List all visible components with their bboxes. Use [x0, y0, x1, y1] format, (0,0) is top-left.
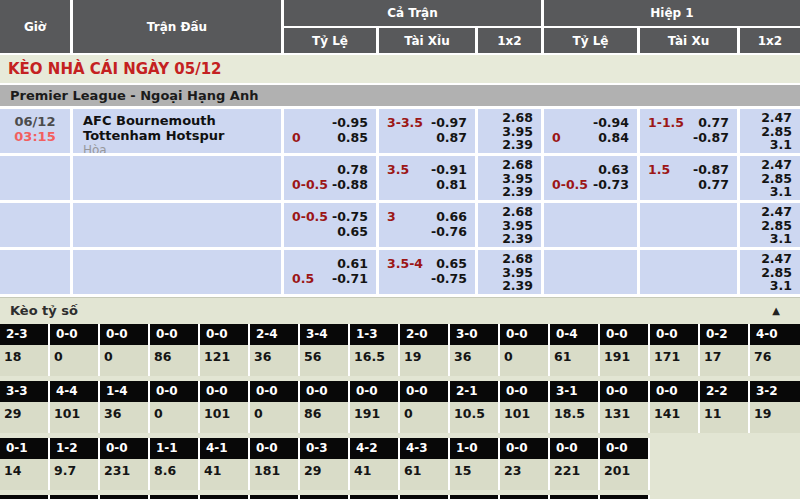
match-teams-cell: [73, 250, 281, 294]
score-cell: 0-0: [500, 381, 550, 402]
score-odds-cell: 0: [100, 345, 150, 376]
score-odds-cell: 0: [150, 402, 200, 433]
score-cell-empty: [700, 438, 750, 459]
odds-cell-h1-handicap: -0.9400.84: [544, 109, 637, 153]
page-title: KÈO NHÀ CÁI NGÀY 05/12: [0, 55, 800, 83]
score-cell: [400, 495, 450, 499]
handicap-value: 1-1.5: [648, 115, 684, 130]
handicap-value: 1.5: [648, 162, 670, 177]
score-odds-cell: 61: [550, 345, 600, 376]
odds-line: 3.5-40.65: [379, 256, 475, 271]
odds-value: 0.87: [436, 130, 467, 145]
odds-value: -0.75: [431, 271, 467, 286]
score-odds-cell: 0: [500, 345, 550, 376]
score-odds-cell: 101: [200, 402, 250, 433]
odds-value: 2.47: [740, 158, 800, 172]
score-cell: 3-1: [550, 381, 600, 402]
score-odds-row: 149.72318.6411812941611523221201: [0, 459, 800, 490]
odds-value: -0.87: [693, 162, 729, 177]
header-ft-overunder-col: Tài Xỉu: [379, 28, 475, 53]
score-odds-cell: 8.6: [150, 459, 200, 490]
score-odds-cell-empty: [650, 459, 700, 490]
score-cell: [50, 495, 100, 499]
odds-value: -0.73: [593, 177, 629, 192]
odds-line: 0.77: [640, 177, 737, 192]
odds-line: -0.76: [379, 224, 475, 239]
score-row-cutoff: [0, 495, 800, 499]
score-cell: 4-1: [200, 438, 250, 459]
odds-line: 0.78: [284, 162, 376, 177]
score-cell: 1-3: [350, 324, 400, 345]
score-cell: [300, 495, 350, 499]
score-odds-cell: 19: [400, 345, 450, 376]
odds-cell-ft-1x2: 2.683.952.39: [478, 109, 541, 153]
score-odds-cell: 36: [100, 402, 150, 433]
odds-value: 0.65: [337, 224, 368, 239]
score-odds-cell: 15: [450, 459, 500, 490]
score-odds-cell: 191: [600, 345, 650, 376]
match-date: 06/12: [0, 114, 70, 129]
odds-line: 0-0.5-0.75: [284, 209, 376, 224]
handicap-value: 0: [552, 130, 561, 145]
odds-value: 0.81: [436, 177, 467, 192]
score-cell: 1-1: [150, 438, 200, 459]
header-time-col: Giờ: [0, 0, 70, 53]
score-odds-cell: 36: [250, 345, 300, 376]
odds-value: 2.47: [740, 205, 800, 219]
score-cell: 1-0: [450, 438, 500, 459]
odds-value: 2.85: [740, 125, 800, 139]
odds-cell-ft-over-under: 30.66-0.76: [379, 203, 475, 247]
odds-value: 2.68: [478, 252, 541, 266]
score-odds-cell: 86: [150, 345, 200, 376]
odds-value: 2.47: [740, 252, 800, 266]
odds-line: 1-1.50.77: [640, 115, 737, 130]
score-cell: 0-0: [650, 324, 700, 345]
odds-cell-h1-over-under: [640, 250, 737, 294]
score-row: 0-11-20-01-14-10-00-34-24-31-00-00-00-0: [0, 438, 800, 459]
odds-value: -0.88: [332, 177, 368, 192]
odds-value: 0.84: [598, 130, 629, 145]
score-cell: 1-4: [100, 381, 150, 402]
score-odds-cell: 121: [200, 345, 250, 376]
handicap-value: 0: [292, 130, 301, 145]
score-cell: [250, 495, 300, 499]
score-cell: 0-0: [250, 381, 300, 402]
score-odds-cell: 76: [750, 345, 800, 376]
odds-line: 0-0.5-0.73: [544, 177, 637, 192]
score-odds-cell: 221: [550, 459, 600, 490]
odds-value: 3.95: [478, 266, 541, 280]
odds-value: 2.47: [740, 111, 800, 125]
handicap-value: 0-0.5: [292, 177, 328, 192]
odds-cell-ft-handicap: -0.9500.85: [284, 109, 376, 153]
score-row: 2-30-00-00-00-02-43-41-32-03-00-00-40-00…: [0, 324, 800, 345]
score-odds-cell: 19: [750, 402, 800, 433]
odds-row: 0.780-0.5-0.883.5-0.910.812.683.952.390.…: [0, 156, 800, 200]
header-h1-1x2-col: 1x2: [740, 28, 800, 53]
odds-line: -0.75: [379, 271, 475, 286]
score-cell: 0-0: [150, 324, 200, 345]
odds-cell-h1-over-under: 1-1.50.77-0.87: [640, 109, 737, 153]
score-cell: 3-0: [450, 324, 500, 345]
score-cell: 3-3: [0, 381, 50, 402]
odds-value: 3.95: [478, 172, 541, 186]
score-row: 3-34-41-40-00-00-00-00-00-02-10-03-10-00…: [0, 381, 800, 402]
odds-value: 2.39: [478, 279, 541, 293]
odds-line: 0.65: [284, 224, 376, 239]
score-odds-cell-empty: [700, 459, 750, 490]
score-cell: 3-2: [750, 381, 800, 402]
score-cell: [700, 495, 750, 499]
collapse-icon[interactable]: ▲: [772, 298, 780, 324]
odds-cell-ft-over-under: 3.5-0.910.81: [379, 156, 475, 200]
odds-row: 0.610.5-0.713.5-40.65-0.752.683.952.392.…: [0, 250, 800, 294]
odds-value: 2.68: [478, 205, 541, 219]
score-cell: 0-0: [200, 381, 250, 402]
score-cell: [0, 495, 50, 499]
header-ft-1x2-col: 1x2: [478, 28, 541, 53]
odds-value: -0.75: [332, 209, 368, 224]
handicap-value: 0.5: [292, 271, 314, 286]
score-cell: 0-2: [700, 324, 750, 345]
score-block: 2-30-00-00-00-02-43-41-32-03-00-00-40-00…: [0, 324, 800, 376]
league-header: Premier League - Ngoại Hạng Anh: [0, 85, 800, 106]
odds-value: 2.68: [478, 158, 541, 172]
odds-value: -0.71: [332, 271, 368, 286]
